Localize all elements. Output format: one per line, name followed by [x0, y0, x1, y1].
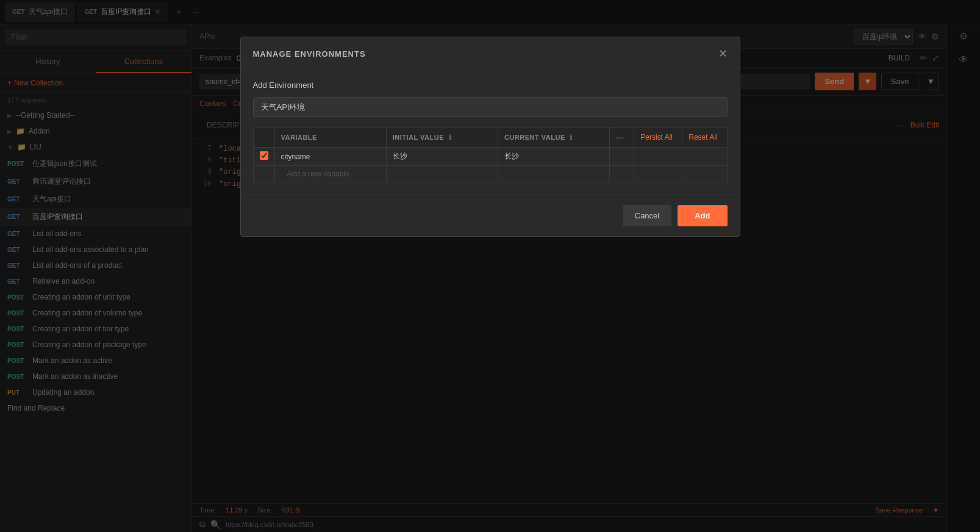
- variable-name-input[interactable]: [281, 153, 380, 161]
- info-icon-current: ℹ: [570, 134, 573, 141]
- cancel-button[interactable]: Cancel: [623, 205, 671, 226]
- table-col-reset: Reset All: [682, 128, 727, 148]
- table-col-current-value: CURRENT VALUE ℹ: [498, 128, 610, 148]
- add-current-cell: [498, 166, 610, 182]
- add-persist-cell: [634, 166, 682, 182]
- add-initial-input[interactable]: [393, 170, 492, 178]
- modal-title: MANAGE ENVIRONMENTS: [253, 49, 366, 59]
- add-variable-row: Add a new variable: [253, 166, 727, 182]
- modal-overlay: MANAGE ENVIRONMENTS ✕ Add Environment VA…: [0, 0, 980, 532]
- add-reset-cell: [682, 166, 727, 182]
- table-col-variable: VARIABLE: [274, 128, 386, 148]
- add-more-cell: [610, 166, 634, 182]
- table-col-more: ···: [610, 128, 634, 148]
- initial-value-cell: [386, 148, 498, 166]
- add-button[interactable]: Add: [678, 205, 727, 226]
- env-variables-table: VARIABLE INITIAL VALUE ℹ CURRENT VALUE ℹ…: [253, 127, 728, 182]
- row-reset-cell: [682, 148, 727, 166]
- current-value-cell: [498, 148, 610, 166]
- add-variable-placeholder: Add a new variable: [281, 166, 356, 182]
- add-variable-cell: Add a new variable: [274, 166, 386, 182]
- table-row: [253, 148, 727, 166]
- table-col-persist: Persist All: [634, 128, 682, 148]
- checkbox-cell: [253, 148, 274, 166]
- add-checkbox-cell: [253, 166, 274, 182]
- manage-environments-modal: MANAGE ENVIRONMENTS ✕ Add Environment VA…: [240, 37, 740, 237]
- row-more-cell: [610, 148, 634, 166]
- table-col-initial-value: INITIAL VALUE ℹ: [386, 128, 498, 148]
- env-name-input[interactable]: [253, 97, 728, 117]
- modal-header: MANAGE ENVIRONMENTS ✕: [241, 37, 740, 68]
- variable-cell: [274, 148, 386, 166]
- row-persist-cell: [634, 148, 682, 166]
- table-more-options-button[interactable]: ···: [616, 132, 623, 142]
- persist-all-button[interactable]: Persist All: [640, 133, 673, 142]
- current-value-input[interactable]: [504, 153, 603, 161]
- reset-all-button[interactable]: Reset All: [689, 133, 717, 142]
- add-initial-cell[interactable]: [386, 166, 498, 182]
- add-environment-label: Add Environment: [253, 81, 728, 90]
- variable-checkbox[interactable]: [260, 151, 268, 160]
- info-icon-initial: ℹ: [449, 134, 452, 141]
- modal-close-button[interactable]: ✕: [718, 47, 728, 60]
- modal-body: Add Environment VARIABLE INITIAL VALUE ℹ…: [241, 68, 740, 195]
- table-col-checkbox: [253, 128, 274, 148]
- initial-value-input[interactable]: [393, 153, 492, 161]
- modal-footer: Cancel Add: [241, 195, 740, 236]
